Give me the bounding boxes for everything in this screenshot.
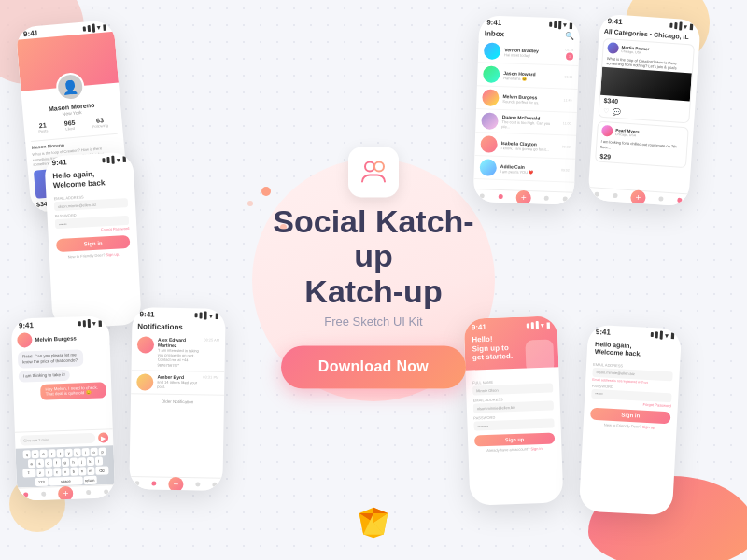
key-f[interactable]: f: [52, 458, 60, 467]
nav-add-3[interactable]: +: [58, 485, 74, 501]
title-social: Social Katch-up: [266, 204, 481, 274]
nav-add-5[interactable]: +: [515, 189, 531, 205]
inbox-item-1[interactable]: Vernon Bradley Hai meet today! 02:18 1: [478, 39, 580, 66]
key-i[interactable]: i: [82, 448, 90, 456]
chat-bubble-received-2: I am thinking to take it!: [19, 369, 70, 382]
key-b[interactable]: b: [70, 468, 78, 476]
key-s[interactable]: s: [35, 459, 43, 468]
inbox-meta-1: 02:18 1: [565, 48, 573, 60]
notif-avatar-1: [137, 336, 154, 353]
chat-bubble-received-1: Ratal. Can you please let me know the pr…: [18, 349, 83, 368]
notif-item-1: Alex Edward Martinez "I am interested in…: [132, 333, 226, 371]
key-r[interactable]: r: [49, 449, 56, 457]
fullname-input[interactable]: Minnie Olson: [472, 384, 553, 396]
svg-point-0: [365, 161, 374, 171]
nav-search-3[interactable]: [41, 492, 46, 497]
profile-header: 👤: [17, 32, 119, 91]
key-o[interactable]: o: [91, 448, 98, 456]
key-w[interactable]: w: [32, 450, 39, 458]
notif-content-2: Amber Byrd and 14 others liked your post…: [157, 373, 199, 391]
email-input-7[interactable]: olson.minnie@ellen.biz: [473, 401, 554, 413]
inbox-item-4[interactable]: Duane McDonald The cost is too high. Can…: [475, 109, 577, 136]
key-q[interactable]: q: [23, 450, 31, 458]
key-h[interactable]: h: [69, 458, 77, 467]
key-123[interactable]: 123: [35, 478, 48, 486]
inbox-avatar-4: [481, 112, 499, 130]
inbox-avatar-1: [484, 42, 501, 60]
signup-button[interactable]: Sign up: [474, 432, 555, 446]
hello-text: Hello again,Welcome back.: [52, 168, 127, 189]
key-v[interactable]: v: [62, 468, 69, 476]
key-return[interactable]: return: [83, 476, 96, 484]
nav-add-4[interactable]: +: [168, 476, 183, 491]
inbox-avatar-6: [480, 159, 498, 176]
chat-bubble-sent: Hey Melvin, I need to check. That deal i…: [40, 382, 106, 400]
subtitle: Free Sketch UI Kit: [266, 315, 481, 329]
decorative-dot-3: [247, 201, 253, 206]
key-space[interactable]: space: [49, 476, 82, 485]
send-button[interactable]: ▶: [98, 432, 108, 442]
inbox-item-3[interactable]: Melvin Burgess Sounds perfect for us. 11…: [476, 86, 578, 113]
nav-bell-5[interactable]: [544, 196, 549, 201]
nav-search-4[interactable]: [152, 482, 157, 486]
inbox-avatar-3: [482, 89, 500, 106]
key-g[interactable]: g: [61, 458, 68, 467]
already-have-account: Already have an account? Sign in.: [474, 445, 555, 453]
inbox-title: Inbox: [485, 29, 505, 38]
heart-icon[interactable]: ♡: [603, 107, 610, 115]
inbox-item-5[interactable]: Isabella Clayton I know, I am gonna go f…: [474, 133, 576, 160]
phone-notifications: 9:41 ▾▮ Notifications Alex Edward Martin…: [129, 307, 225, 491]
chat-input[interactable]: Give me 2 mins: [20, 433, 95, 446]
key-l[interactable]: l: [94, 457, 102, 466]
key-z[interactable]: z: [36, 469, 44, 477]
older-notifications[interactable]: Older Notification: [162, 399, 194, 404]
nav-home-3[interactable]: [23, 492, 28, 497]
inbox-item-6[interactable]: Addie Cain I am pearls YOU ❤️ 09:02: [473, 156, 575, 183]
nav-add-6[interactable]: +: [630, 189, 646, 205]
notif-name-1: Alex Edward Martinez: [158, 337, 200, 349]
key-c[interactable]: c: [53, 468, 61, 476]
key-j[interactable]: j: [78, 457, 85, 466]
nav-bell-3[interactable]: [86, 490, 91, 495]
chat-messages: Ratal. Can you please let me know the pr…: [12, 346, 113, 432]
notif-title: Notifications: [132, 319, 225, 335]
key-u[interactable]: u: [74, 448, 81, 456]
nav-home-6[interactable]: [595, 192, 599, 197]
inbox-info-2: Jason Howard Hahahaha 😊: [503, 70, 561, 82]
nav-bell-6[interactable]: [659, 196, 664, 201]
key-k[interactable]: k: [86, 457, 93, 466]
notif-item-2: Amber Byrd and 14 others liked your post…: [131, 371, 224, 396]
key-y[interactable]: y: [65, 449, 73, 457]
download-button[interactable]: Download Now: [281, 346, 466, 389]
inbox-avatar-5: [480, 135, 498, 153]
nav-search-6[interactable]: [613, 193, 617, 198]
key-p[interactable]: p: [98, 447, 106, 455]
key-delete[interactable]: ⌫: [95, 466, 108, 474]
inbox-info-1: Vernon Bradley Hai meet today!: [504, 47, 562, 59]
signin-button[interactable]: Sign in: [56, 235, 131, 252]
key-shift[interactable]: ⇧: [22, 469, 35, 477]
key-m[interactable]: m: [87, 467, 94, 475]
feed-card-1: Martin Palmer Chicago, USA What is the l…: [598, 38, 695, 124]
notif-avatar-2: [136, 373, 153, 390]
key-n[interactable]: n: [78, 467, 86, 475]
center-content: Social Katch-up Katch-up Free Sketch UI …: [266, 147, 481, 388]
key-a[interactable]: a: [27, 459, 35, 468]
nav-inbox-5[interactable]: [498, 194, 502, 199]
password-input-7[interactable]: ••••••••: [473, 418, 554, 430]
inbox-item-2[interactable]: Jason Howard Hahahaha 😊 01:16: [477, 63, 579, 90]
nav-bell-4[interactable]: [195, 482, 200, 486]
key-e[interactable]: e: [40, 450, 48, 458]
notif-text-2: and 14 others liked your post.: [157, 379, 199, 389]
signup-link: New to Friendly Deer? Sign up.: [57, 251, 131, 259]
feed-card-2: Pearl Myers Chicago, USA I am looking fo…: [595, 121, 689, 168]
chat-name: Melvin Burgess: [35, 335, 77, 343]
phone-feed: 9:41 ▾▮ All Categories • Chicago, IL Mar…: [587, 13, 701, 206]
key-x[interactable]: x: [45, 468, 52, 476]
notif-time-2: 03:31 PM: [203, 374, 218, 391]
key-d[interactable]: d: [44, 458, 51, 467]
phone-inbox: 9:41 ▾▮ Inbox 🔍 Vernon Bradley Hai meet …: [473, 15, 581, 205]
search-icon[interactable]: 🔍: [565, 32, 574, 40]
comment-icon[interactable]: 💬: [612, 108, 621, 117]
key-t[interactable]: t: [57, 449, 64, 457]
